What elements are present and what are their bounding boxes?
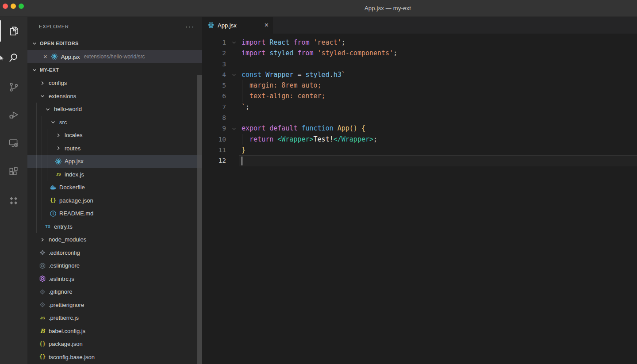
file-tree: configsextensionshello-worldsrclocalesro… — [27, 77, 202, 364]
json-file-icon: {} — [39, 341, 46, 348]
gear-file-icon — [39, 249, 46, 256]
chevron-right-icon — [39, 236, 46, 243]
code-line-7[interactable]: 7`; — [202, 102, 637, 112]
fold-chevron-icon[interactable] — [226, 69, 242, 80]
tree-file--gitignore[interactable]: .gitignore — [27, 285, 202, 299]
tree-folder-configs[interactable]: configs — [27, 77, 202, 90]
code-line-12[interactable]: 12 — [202, 155, 637, 166]
tree-file-dockerfile[interactable]: Dockerfile — [27, 181, 202, 194]
code-line-11[interactable]: 11} — [202, 145, 637, 155]
tree-item-label: package.json — [49, 341, 83, 347]
docker-file-icon — [50, 184, 57, 191]
code-text: return <Wrapper>Test!</Wrapper>; — [242, 134, 377, 145]
tree-item-label: tsconfig.base.json — [49, 354, 95, 360]
tree-folder-locales[interactable]: locales — [27, 129, 202, 142]
sidebar-scrollbar[interactable] — [197, 75, 202, 364]
code-line-3[interactable]: 3 — [202, 59, 637, 69]
activity-item-run-debug-icon[interactable] — [0, 104, 27, 125]
tree-item-label: .eslintrc.js — [49, 276, 74, 282]
mouse-cursor — [0, 55, 4, 63]
traffic-light-zoom-button[interactable] — [19, 4, 24, 9]
activity-item-remote-explorer-icon[interactable] — [0, 132, 27, 153]
tree-file--prettierrc-js[interactable]: JS.prettierrc.js — [27, 311, 202, 325]
explorer-sidebar: EXPLORER ··· OPEN EDITORS × App.jsx exte… — [27, 17, 202, 364]
line-number: 9 — [202, 123, 226, 134]
code-line-1[interactable]: 1import React from 'react'; — [202, 37, 637, 48]
tree-item-label: node_modules — [49, 236, 86, 243]
code-line-5[interactable]: 5 margin: 8rem auto; — [202, 80, 637, 91]
fold-slot — [226, 59, 242, 69]
tree-file-app-jsx[interactable]: App.jsx — [27, 155, 202, 168]
code-text: text-align: center; — [242, 91, 326, 101]
indent-guide — [47, 129, 47, 181]
chevron-down-icon — [44, 106, 51, 113]
tab-app-jsx[interactable]: App.jsx × — [202, 17, 273, 34]
line-number: 1 — [202, 37, 226, 48]
tree-file-package-json[interactable]: {}package.json — [27, 194, 202, 207]
activity-item-source-control-icon[interactable] — [0, 77, 27, 98]
tree-file--prettierignore[interactable]: .prettierignore — [27, 299, 202, 312]
tree-file-babel-config-js[interactable]: Bbabel.config.js — [27, 325, 202, 338]
tree-file--editorconfig[interactable]: .editorconfig — [27, 246, 202, 260]
chevron-right-icon — [55, 145, 62, 152]
tree-folder-extensions[interactable]: extensions — [27, 90, 202, 103]
tree-file--eslintrc-js[interactable]: .eslintrc.js — [27, 272, 202, 286]
react-file-icon — [207, 22, 215, 29]
text-cursor — [242, 157, 242, 165]
ts-file-icon: TS — [44, 223, 51, 230]
tree-folder-routes[interactable]: routes — [27, 142, 202, 155]
titlebar: App.jsx — my-ext — [0, 0, 637, 17]
tree-item-label: package.json — [59, 197, 93, 204]
activity-item-extension-diamonds-icon[interactable] — [0, 190, 27, 211]
js-file-icon: JS — [39, 314, 46, 322]
section-open-editors[interactable]: OPEN EDITORS — [27, 36, 202, 50]
tree-item-label: configs — [49, 80, 67, 86]
tree-item-label: index.js — [65, 171, 84, 178]
code-line-10[interactable]: 10 return <Wrapper>Test!</Wrapper>; — [202, 134, 637, 145]
code-line-9[interactable]: 9export default function App() { — [202, 123, 637, 134]
tree-item-label: App.jsx — [65, 158, 84, 165]
line-number: 6 — [202, 91, 226, 101]
traffic-light-close-button[interactable] — [3, 4, 8, 9]
tree-folder-src[interactable]: src — [27, 116, 202, 129]
open-editor-item-appjsx[interactable]: × App.jsx extensions/hello-world/src — [27, 50, 202, 63]
code-line-2[interactable]: 2import styled from 'styled-components'; — [202, 48, 637, 58]
tree-folder-hello-world[interactable]: hello-world — [27, 103, 202, 116]
line-number: 2 — [202, 48, 226, 58]
line-number: 11 — [202, 145, 226, 155]
open-editor-path: extensions/hello-world/src — [84, 54, 145, 60]
tree-folder-node-modules[interactable]: node_modules — [27, 233, 202, 246]
fold-chevron-icon[interactable] — [226, 123, 242, 134]
fold-slot — [226, 48, 242, 58]
tree-file--eslintignore[interactable]: .eslintignore — [27, 259, 202, 272]
chevron-right-icon — [39, 80, 46, 87]
close-icon[interactable]: × — [43, 54, 47, 60]
section-project-root[interactable]: MY-EXT — [27, 63, 202, 77]
eslint_gray-file-icon — [39, 262, 46, 269]
tab-close-icon[interactable]: × — [265, 22, 269, 28]
fold-chevron-icon[interactable] — [226, 37, 242, 48]
line-number: 12 — [202, 155, 226, 166]
code-line-6[interactable]: 6 text-align: center; — [202, 91, 637, 101]
tree-file-package-json[interactable]: {}package.json — [27, 337, 202, 351]
react-file-icon — [55, 158, 62, 165]
chevron-down-icon — [31, 66, 38, 73]
more-actions-icon[interactable]: ··· — [185, 24, 195, 29]
tree-file-index-js[interactable]: JSindex.js — [27, 168, 202, 181]
explorer-header: EXPLORER ··· — [27, 17, 202, 36]
traffic-light-minimize-button[interactable] — [11, 4, 16, 9]
activity-item-extensions-icon[interactable] — [0, 161, 27, 182]
line-number: 4 — [202, 69, 226, 80]
tab-bar: App.jsx × — [202, 17, 637, 34]
activity-item-explorer-icon[interactable] — [0, 20, 27, 42]
code-line-8[interactable]: 8 — [202, 112, 637, 123]
code-text: export default function App() { — [242, 123, 365, 134]
tree-file-entry-ts[interactable]: TSentry.ts — [27, 220, 202, 234]
fold-slot — [226, 112, 242, 123]
code-text: } — [242, 145, 246, 155]
activity-bar — [0, 17, 27, 364]
tree-file-tsconfig-base-json[interactable]: {}tsconfig.base.json — [27, 351, 202, 364]
code-lines: 1import React from 'react';2import style… — [202, 34, 637, 166]
tree-file-readme-md[interactable]: README.md — [27, 207, 202, 220]
code-line-4[interactable]: 4const Wrapper = styled.h3` — [202, 69, 637, 80]
